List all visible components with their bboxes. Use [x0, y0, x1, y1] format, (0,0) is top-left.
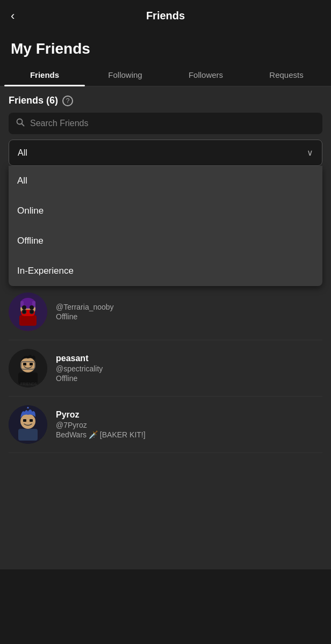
svg-rect-17	[23, 363, 26, 365]
friend-username: @7Pyroz	[56, 421, 322, 429]
header-title: Friends	[146, 10, 185, 22]
dropdown-option-online[interactable]: Online	[9, 196, 322, 226]
friend-item[interactable]: FRIENDS peasant @spectricality O	[9, 340, 322, 397]
friend-list: @Terraria_nooby Offline FRIENDS	[9, 284, 322, 453]
friend-info: @Terraria_nooby Offline	[56, 303, 322, 321]
dropdown-option-in-experience[interactable]: In-Experience	[9, 256, 322, 286]
tab-followers[interactable]: Followers	[166, 64, 246, 86]
svg-point-11	[22, 310, 26, 314]
svg-point-9	[22, 305, 26, 310]
svg-rect-18	[30, 363, 33, 365]
svg-rect-3	[19, 315, 37, 326]
tab-following[interactable]: Following	[85, 64, 166, 86]
dropdown-value: All	[18, 148, 27, 158]
avatar	[9, 292, 47, 331]
friend-item[interactable]: Pyroz @7Pyroz BedWars 🗡️ [BAKER KIT!]	[9, 397, 322, 453]
search-box[interactable]	[9, 113, 322, 134]
avatar	[9, 405, 47, 444]
chevron-down-icon: ∨	[307, 148, 313, 158]
svg-point-10	[30, 305, 34, 310]
friend-info: Pyroz @7Pyroz BedWars 🗡️ [BAKER KIT!]	[56, 410, 322, 439]
tabs-container: Friends Following Followers Requests	[0, 64, 331, 86]
tab-friends[interactable]: Friends	[4, 64, 85, 86]
svg-text:FRIENDS: FRIENDS	[20, 382, 37, 386]
back-button[interactable]: ‹	[11, 9, 15, 23]
dropdown-option-offline[interactable]: Offline	[9, 226, 322, 256]
friend-info: peasant @spectricality Offline	[56, 354, 322, 383]
svg-line-1	[22, 124, 24, 126]
friend-status: BedWars 🗡️ [BAKER KIT!]	[56, 430, 322, 439]
friend-item[interactable]: @Terraria_nooby Offline	[9, 284, 322, 340]
content-area: Friends (6) ? All ∨ All Online Offline I…	[0, 86, 331, 569]
svg-point-12	[30, 310, 34, 314]
tab-requests[interactable]: Requests	[246, 64, 327, 86]
dropdown-selected[interactable]: All ∨	[9, 140, 322, 166]
friend-name: peasant	[56, 354, 322, 363]
friend-name: Pyroz	[56, 410, 322, 420]
search-icon	[16, 118, 25, 129]
friends-count-label: Friends (6)	[9, 95, 58, 106]
dropdown-option-all[interactable]: All	[9, 166, 322, 196]
friend-status: Offline	[56, 374, 322, 383]
svg-point-16	[20, 357, 35, 372]
search-input[interactable]	[30, 119, 315, 128]
svg-rect-21	[18, 429, 38, 441]
header: ‹ Friends	[0, 0, 331, 32]
svg-rect-24	[30, 419, 33, 422]
friends-count-row: Friends (6) ?	[9, 95, 322, 106]
friend-username: @spectricality	[56, 364, 322, 373]
page-title-section: My Friends	[0, 32, 331, 64]
page-title: My Friends	[11, 40, 320, 57]
info-icon[interactable]: ?	[62, 96, 73, 106]
friend-status: Offline	[56, 312, 322, 321]
dropdown-menu: All Online Offline In-Experience	[9, 166, 322, 286]
svg-rect-23	[23, 419, 26, 422]
svg-point-22	[20, 414, 35, 429]
filter-dropdown[interactable]: All ∨ All Online Offline In-Experience	[9, 140, 322, 166]
avatar: FRIENDS	[9, 349, 47, 387]
friend-username: @Terraria_nooby	[56, 303, 322, 311]
